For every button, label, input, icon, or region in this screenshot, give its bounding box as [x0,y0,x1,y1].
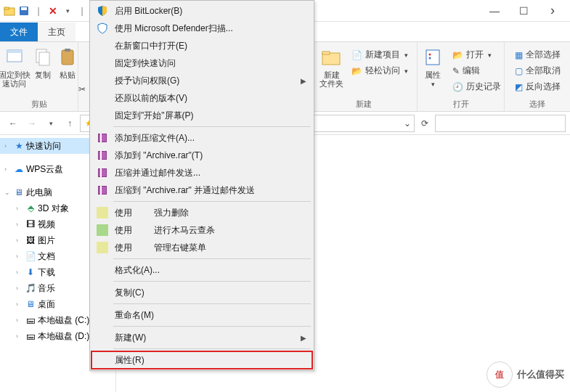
pin-icon [3,46,26,69]
music-icon: 🎵 [25,282,36,294]
selectnone-icon: ▢ [515,66,523,76]
menu-pin-quick[interactable]: 固定到快速访问 [91,54,312,72]
folder-plus-icon [320,46,343,69]
svg-rect-8 [62,50,73,65]
rar-icon [96,131,109,144]
svg-rect-7 [39,52,49,65]
tab-file[interactable]: 文件 [0,23,38,41]
properties-button[interactable]: 属性 ▾ [418,44,448,94]
svg-rect-22 [99,169,106,176]
search-input[interactable] [435,115,566,132]
new-folder-button[interactable]: 新建 文件夹 [317,44,347,89]
menu-add-archive[interactable]: 添加到压缩文件(A)... [91,129,312,147]
submenu-arrow-icon: ▶ [301,334,306,342]
menu-separator [113,303,311,304]
copy-icon [31,46,54,69]
watermark-text: 什么值得买 [517,368,564,381]
documents-icon: 📄 [25,250,36,262]
group-clipboard-label: 剪贴 [31,99,47,111]
menu-use-trojan-scan[interactable]: 使用 进行木马云查杀 [91,221,312,239]
menu-zip-email[interactable]: 压缩并通过邮件发送... [91,164,312,181]
history-button[interactable]: 🕘历史记录 [449,79,504,94]
paste-button[interactable]: 粘贴 [56,44,79,89]
svg-rect-20 [100,151,102,160]
address-dropdown-icon[interactable]: ⌄ [404,118,411,128]
menu-zip-rar-email[interactable]: 压缩到 "Archive.rar" 并通过邮件发送 [91,181,312,199]
tab-home[interactable]: 主页 [38,23,76,41]
window-minimize-button[interactable]: — [480,1,509,21]
svg-rect-3 [21,7,27,10]
svg-rect-25 [99,187,106,194]
nav-back-button[interactable]: ← [4,115,22,132]
svg-rect-28 [97,224,108,236]
svg-rect-19 [99,152,106,159]
svg-rect-23 [100,168,102,177]
menu-add-rar[interactable]: 添加到 "Archive.rar"(T) [91,147,312,164]
svg-rect-26 [100,186,102,195]
defender-icon [96,22,109,35]
easy-access-button[interactable]: 📂轻松访问▾ [349,63,411,78]
edit-icon: ✎ [452,66,460,76]
svg-rect-5 [7,50,22,53]
video-icon: 🎞 [25,219,36,230]
svg-rect-1 [4,7,9,9]
menu-separator [113,126,311,127]
svg-rect-16 [99,134,106,142]
pin-quick-button[interactable]: 固定到快 速访问 [0,44,30,89]
select-none-button[interactable]: ▢全部取消 [512,63,563,78]
select-invert-button[interactable]: ◩反向选择 [512,79,563,94]
window-maximize-button[interactable]: ☐ [509,1,538,21]
menu-new[interactable]: 新建(W)▶ [91,329,312,346]
group-select-label: 选择 [529,99,545,111]
menu-separator [113,258,311,259]
menu-separator [113,201,311,202]
copy-button[interactable]: 复制 [31,44,54,89]
edit-button[interactable]: ✎编辑 [449,63,504,78]
qat-divider-icon: | [32,4,45,17]
menu-bitlocker[interactable]: 启用 BitLocker(B) [91,2,312,20]
save-icon[interactable] [17,4,30,17]
menu-format[interactable]: 格式化(A)... [91,261,312,279]
open-button[interactable]: 📂打开▾ [449,47,504,62]
menu-use-manage-context[interactable]: 使用 管理右键菜单 [91,239,312,256]
selectall-icon: ▦ [515,50,523,60]
dropdown-icon[interactable]: ▾ [61,4,74,17]
desktop-icon: 🖥 [25,298,36,310]
history-icon: 🕘 [452,82,463,92]
shield-icon [96,4,109,17]
menu-separator [113,348,311,349]
rar-icon [96,166,109,179]
svg-point-14 [429,57,431,60]
menu-separator [113,326,311,327]
paste-icon [56,46,79,69]
menu-use-force-delete[interactable]: 使用 强力删除 [91,204,312,221]
menu-new-window[interactable]: 在新窗口中打开(E) [91,37,312,54]
properties-icon [421,46,444,69]
group-new-label: 新建 [356,99,372,111]
easyaccess-icon: 📂 [351,66,362,76]
menu-properties[interactable]: 属性(R) [91,351,312,369]
nav-up-button[interactable]: ↑ [61,115,78,132]
pictures-icon: 🖼 [25,234,36,246]
submenu-arrow-icon: ▶ [301,77,306,85]
menu-grant-access[interactable]: 授予访问权限(G)▶ [91,72,312,89]
menu-pin-start[interactable]: 固定到"开始"屏幕(P) [91,107,312,124]
watermark-logo: 值 [486,362,513,388]
new-item-button[interactable]: 📄新建项目▾ [349,47,411,62]
cut-icon[interactable]: ✂ [78,84,84,94]
menu-rename[interactable]: 重命名(M) [91,306,312,324]
window-close-button[interactable]: › [538,1,567,21]
menu-copy[interactable]: 复制(C) [91,284,312,301]
app-icon [96,206,109,219]
svg-rect-12 [426,50,439,65]
select-all-button[interactable]: ▦全部选择 [512,47,563,62]
svg-rect-11 [322,52,330,54]
menu-defender[interactable]: 使用 Microsoft Defender扫描... [91,20,312,37]
nav-forward-button[interactable]: → [23,115,41,132]
close-red-icon[interactable]: ✕ [46,4,60,17]
menu-restore-versions[interactable]: 还原以前的版本(V) [91,89,312,107]
star-icon: ★ [13,140,25,152]
nav-recent-button[interactable]: ▾ [42,115,60,132]
refresh-button[interactable]: ⟳ [416,115,433,132]
downloads-icon: ⬇ [25,266,36,278]
